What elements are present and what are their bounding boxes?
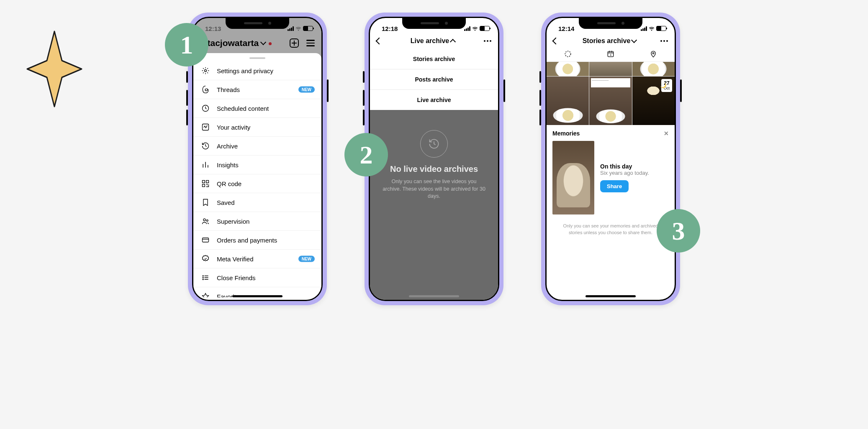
tab-stories-icon[interactable] — [563, 49, 573, 59]
empty-state-body: Only you can see the live videos you arc… — [370, 178, 498, 200]
archive-option[interactable]: Posts archive — [370, 69, 498, 90]
menu-item-label: QR code — [217, 180, 241, 187]
empty-state: No live video archives Only you can see … — [370, 110, 498, 300]
svg-rect-4 — [206, 181, 209, 183]
memories-footnote: Only you can see your memories and archi… — [547, 220, 675, 245]
insights-icon — [201, 160, 210, 169]
svg-rect-8 — [203, 238, 209, 242]
story-thumbnail[interactable] — [589, 62, 632, 76]
archive-dropdown-toggle[interactable]: Live archive — [411, 37, 455, 45]
phone-frame-1: 12:13 istacjowatarta — [188, 13, 327, 305]
tab-location-icon[interactable] — [648, 49, 658, 59]
battery-icon — [480, 26, 490, 31]
svg-point-6 — [203, 219, 205, 221]
memories-card: Memories ✕ On this day Six years ago tod… — [547, 125, 675, 220]
menu-item-label: Scheduled content — [217, 105, 269, 112]
wifi-icon — [295, 26, 302, 31]
battery-icon — [656, 26, 666, 31]
archive-dropdown-toggle[interactable]: Stories archive — [583, 37, 637, 45]
menu-item-label: Close Friends — [217, 274, 256, 281]
menu-item-label: Settings and privacy — [217, 67, 273, 74]
header-title: Stories archive — [583, 37, 631, 45]
empty-state-title: No live video archives — [370, 164, 498, 174]
home-indicator[interactable] — [409, 295, 459, 297]
back-button[interactable] — [552, 38, 560, 45]
verified-icon — [201, 254, 210, 263]
menu-item-threads[interactable]: ThreadsNEW — [193, 80, 321, 99]
sheet-grabber[interactable] — [249, 57, 265, 59]
memory-thumbnail[interactable] — [552, 141, 594, 214]
step-badge-3: 3 — [657, 209, 700, 253]
menu-item-label: Archive — [217, 143, 238, 150]
header-title: Live archive — [411, 37, 449, 45]
status-time: 12:14 — [558, 25, 574, 32]
list-icon — [201, 273, 210, 282]
menu-item-label: Insights — [217, 161, 239, 169]
sparkle-decoration — [25, 29, 84, 109]
back-button[interactable] — [376, 38, 383, 45]
svg-text:4: 4 — [610, 54, 611, 56]
svg-rect-5 — [203, 184, 205, 187]
menu-item-bookmark[interactable]: Saved — [193, 193, 321, 212]
home-indicator[interactable] — [586, 295, 636, 297]
wifi-icon — [648, 26, 655, 31]
more-options-button[interactable] — [660, 40, 668, 42]
signal-icon — [288, 26, 294, 31]
menu-item-label: Supervision — [217, 218, 249, 225]
menu-item-insights[interactable]: Insights — [193, 156, 321, 174]
archive-option[interactable]: Stories archive — [370, 49, 498, 69]
menu-item-gear[interactable]: Settings and privacy — [193, 61, 321, 80]
archive-option[interactable]: Live archive — [370, 90, 498, 110]
svg-point-7 — [206, 220, 208, 221]
menu-item-label: Orders and payments — [217, 237, 277, 244]
status-time: 12:13 — [205, 25, 221, 32]
moon-icon — [660, 82, 666, 88]
step-badge-2: 2 — [344, 133, 388, 176]
qr-icon — [201, 179, 210, 188]
svg-rect-3 — [203, 181, 205, 183]
menu-item-label: Threads — [217, 86, 240, 93]
menu-item-clock[interactable]: Scheduled content — [193, 99, 321, 118]
status-time: 12:18 — [382, 25, 398, 32]
story-thumbnail[interactable] — [547, 62, 589, 76]
menu-item-label: Saved — [217, 199, 235, 206]
chevron-down-icon — [631, 37, 637, 43]
svg-point-9 — [203, 276, 203, 276]
menu-item-archive[interactable]: Archive — [193, 137, 321, 156]
signal-icon — [641, 26, 647, 31]
archive-empty-icon — [420, 130, 448, 158]
tab-calendar-icon[interactable]: 4 — [606, 49, 616, 59]
bookmark-icon — [201, 198, 210, 207]
story-thumbnail[interactable] — [547, 77, 589, 125]
home-indicator[interactable] — [232, 295, 282, 297]
menu-item-list[interactable]: Close Friends — [193, 268, 321, 287]
menu-item-activity[interactable]: Your activity — [193, 118, 321, 137]
menu-item-qr[interactable]: QR code — [193, 174, 321, 193]
menu-item-supervision[interactable]: Supervision — [193, 212, 321, 231]
phone-frame-3: 12:14 Stories archive — [541, 13, 680, 305]
new-badge: NEW — [298, 87, 315, 93]
supervision-icon — [201, 217, 210, 226]
story-thumbnail[interactable]: 27 Oct — [632, 77, 675, 125]
threads-icon — [201, 85, 210, 94]
story-thumbnail[interactable]: ———————— — [589, 77, 632, 125]
svg-point-16 — [652, 53, 654, 54]
star-icon — [201, 292, 210, 297]
wifi-icon — [472, 26, 478, 31]
more-options-button[interactable] — [484, 40, 491, 42]
menu-item-verified[interactable]: Meta VerifiedNEW — [193, 250, 321, 268]
share-button[interactable]: Share — [600, 180, 629, 192]
stories-grid: ———————— 27 Oct — [547, 62, 675, 125]
activity-icon — [201, 123, 210, 132]
card-icon — [201, 235, 210, 245]
svg-point-10 — [203, 277, 203, 278]
menu-item-card[interactable]: Orders and payments — [193, 231, 321, 250]
memory-subtitle: Six years ago today. — [600, 170, 649, 176]
story-thumbnail[interactable] — [632, 62, 675, 76]
gear-icon — [201, 66, 210, 75]
new-badge: NEW — [298, 256, 315, 262]
clock-icon — [201, 104, 210, 113]
close-memories-button[interactable]: ✕ — [664, 130, 669, 137]
step-badge-1: 1 — [165, 23, 208, 66]
svg-point-13 — [565, 51, 570, 56]
